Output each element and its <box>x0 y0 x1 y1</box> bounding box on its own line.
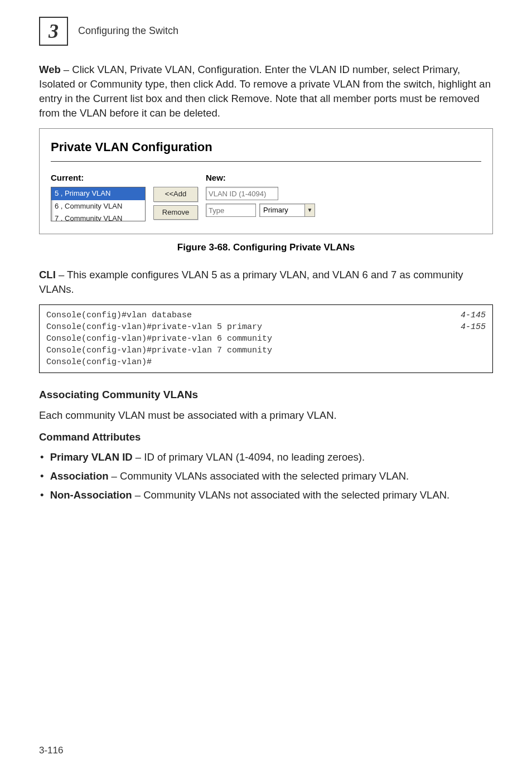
remove-button[interactable]: Remove <box>153 205 198 220</box>
panel-divider <box>51 161 481 162</box>
cli-prefix: CLI <box>39 269 56 280</box>
cli-code-block: Console(config)#vlan database4-145Consol… <box>39 304 493 373</box>
associating-heading: Associating Community VLANs <box>39 388 493 403</box>
list-item[interactable]: 5 , Primary VLAN <box>51 187 145 200</box>
command-attributes-heading: Command Attributes <box>39 430 493 444</box>
web-intro-paragraph: Web – Click VLAN, Private VLAN, Configur… <box>39 62 493 120</box>
type-select[interactable]: Primary ▼ <box>259 204 315 217</box>
list-item[interactable]: 6 , Community VLAN <box>51 200 145 212</box>
column-labels-row: Current: New: <box>51 172 481 183</box>
bullet-text: – ID of primary VLAN (1-4094, no leading… <box>133 451 365 463</box>
new-label: New: <box>206 172 226 183</box>
type-select-value: Primary <box>260 205 304 215</box>
chapter-title: Configuring the Switch <box>78 24 178 38</box>
private-vlan-config-panel: Private VLAN Configuration Current: New:… <box>39 128 493 235</box>
bullet-prefix: Non-Association <box>50 489 132 501</box>
cli-ref: 4-155 <box>461 321 486 333</box>
cli-text: Console(config-vlan)#private-vlan 7 comm… <box>46 345 272 356</box>
vlan-id-input[interactable] <box>206 187 278 200</box>
current-label: Current: <box>51 172 146 183</box>
cli-ref: 4-145 <box>461 309 486 321</box>
chevron-down-icon[interactable]: ▼ <box>304 204 315 216</box>
bullet-prefix: Primary VLAN ID <box>50 451 133 463</box>
bullet-prefix: Association <box>50 470 109 482</box>
cli-text: Console(config-vlan)#private-vlan 6 comm… <box>46 333 272 345</box>
bullet-text: – Community VLANs associated with the se… <box>108 470 409 482</box>
associating-text: Each community VLAN must be associated w… <box>39 408 493 423</box>
cli-text: Console(config-vlan)#private-vlan 5 prim… <box>46 321 262 333</box>
cli-text: Console(config)#vlan database <box>46 309 192 321</box>
command-attributes-list: Primary VLAN ID – ID of primary VLAN (1-… <box>39 450 493 502</box>
web-intro-text: – Click VLAN, Private VLAN, Configuratio… <box>39 64 491 119</box>
list-item: Primary VLAN ID – ID of primary VLAN (1-… <box>40 450 493 465</box>
web-prefix: Web <box>39 64 61 75</box>
page-number: 3-116 <box>39 744 63 757</box>
type-input[interactable] <box>206 204 256 217</box>
cli-text: Console(config-vlan)# <box>46 356 152 368</box>
page-header: 3 Configuring the Switch <box>39 17 493 46</box>
current-listbox[interactable]: 5 , Primary VLAN 6 , Community VLAN 7 , … <box>51 187 146 221</box>
chapter-number-icon: 3 <box>39 17 68 46</box>
panel-title: Private VLAN Configuration <box>51 139 481 156</box>
add-button[interactable]: <<Add <box>153 187 198 201</box>
bullet-text: – Community VLANs not associated with th… <box>132 489 450 501</box>
panel-controls-row: 5 , Primary VLAN 6 , Community VLAN 7 , … <box>51 187 481 221</box>
list-item[interactable]: 7 , Community VLAN <box>51 212 145 222</box>
cli-intro-paragraph: CLI – This example configures VLAN 5 as … <box>39 268 493 297</box>
cli-intro-text: – This example configures VLAN 5 as a pr… <box>39 269 463 295</box>
list-item: Non-Association – Community VLANs not as… <box>40 488 493 502</box>
list-item: Association – Community VLANs associated… <box>40 469 493 483</box>
figure-caption: Figure 3-68. Configuring Private VLANs <box>39 241 493 254</box>
